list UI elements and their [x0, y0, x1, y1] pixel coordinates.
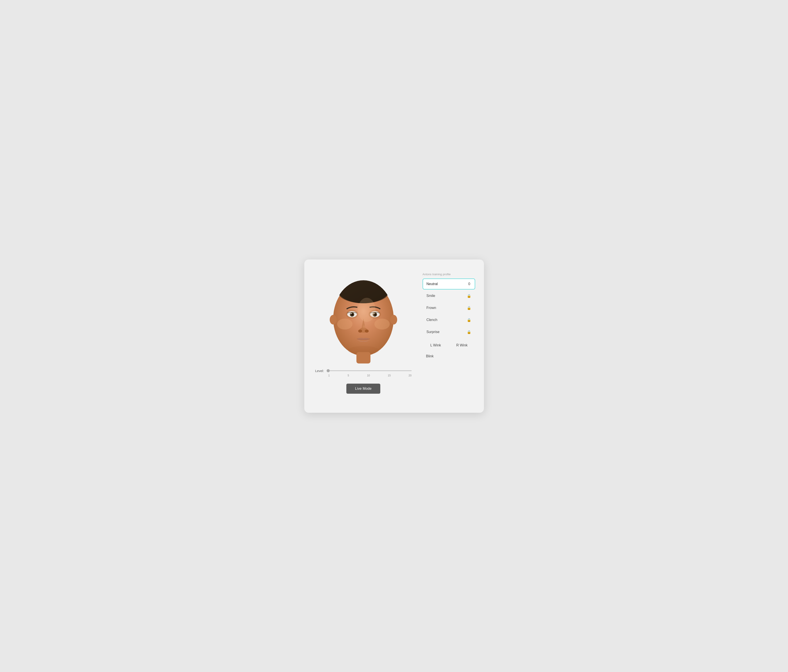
profile-item-clench[interactable]: Clench 🔒 — [423, 314, 475, 326]
profile-item-neutral-label: Neutral — [427, 282, 438, 286]
profile-item-neutral[interactable]: Neutral 0 — [423, 279, 475, 290]
svg-point-5 — [330, 315, 337, 325]
level-label: Level: — [315, 369, 324, 372]
level-tick-5: 20 — [408, 374, 411, 377]
lock-icon-clench: 🔒 — [467, 318, 471, 322]
right-panel: Antons training profile Neutral 0 Smile … — [423, 270, 475, 361]
profile-item-neutral-value: 0 — [469, 282, 470, 286]
level-row: Level: — [315, 369, 411, 372]
app-window: Level: 1 5 10 15 20 Live Mode Antons tra… — [304, 260, 484, 413]
svg-point-23 — [374, 319, 390, 330]
profile-item-smile-label: Smile — [427, 294, 435, 298]
svg-point-18 — [358, 330, 362, 333]
lock-icon-smile: 🔒 — [467, 294, 471, 298]
profile-item-surprise[interactable]: Surprise 🔒 — [423, 326, 475, 338]
level-section: Level: 1 5 10 15 20 — [313, 369, 414, 377]
profile-item-smile[interactable]: Smile 🔒 — [423, 290, 475, 301]
blink-button[interactable]: Blink — [423, 351, 475, 361]
level-tick-4: 15 — [388, 374, 391, 377]
lock-icon-frown: 🔒 — [467, 306, 471, 310]
level-tick-3: 10 — [367, 374, 370, 377]
level-ticks: 1 5 10 15 20 — [328, 374, 411, 377]
svg-point-22 — [337, 319, 353, 330]
svg-point-13 — [351, 313, 352, 314]
level-tick-1: 1 — [328, 374, 330, 377]
wink-row: L Wink R Wink — [423, 340, 475, 350]
profile-item-clench-label: Clench — [427, 318, 437, 322]
profile-item-frown-label: Frown — [427, 306, 436, 310]
l-wink-button[interactable]: L Wink — [423, 340, 449, 350]
profile-item-frown[interactable]: Frown 🔒 — [423, 303, 475, 314]
blink-label: Blink — [426, 354, 434, 358]
r-wink-button[interactable]: R Wink — [449, 340, 475, 350]
live-mode-button[interactable]: Live Mode — [346, 384, 380, 394]
left-panel: Level: 1 5 10 15 20 Live Mode — [313, 270, 414, 394]
face-container — [322, 270, 405, 365]
svg-point-20 — [362, 325, 366, 331]
face-illustration — [326, 271, 401, 363]
lock-icon-surprise: 🔒 — [467, 330, 471, 334]
profile-title: Antons training profile — [423, 273, 475, 276]
svg-point-24 — [358, 298, 375, 322]
level-tick-2: 5 — [348, 374, 349, 377]
level-slider[interactable] — [327, 370, 411, 371]
l-wink-label: L Wink — [430, 343, 441, 347]
profile-item-surprise-label: Surprise — [427, 330, 440, 334]
svg-rect-25 — [356, 352, 370, 363]
svg-point-6 — [390, 315, 397, 325]
r-wink-label: R Wink — [456, 343, 468, 347]
